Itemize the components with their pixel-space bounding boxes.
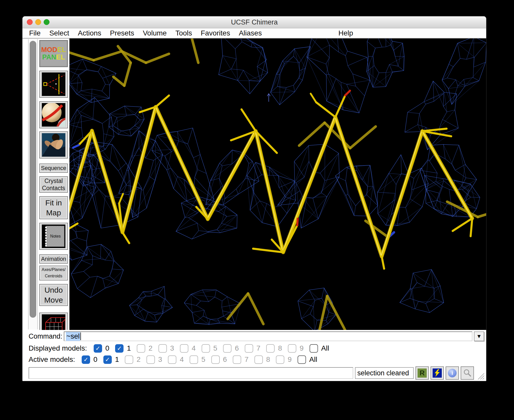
model-panel-text: EL — [56, 53, 65, 61]
model-panel-button[interactable]: MODEL PANEL — [39, 40, 68, 67]
displayed-model-option-5: 5 — [202, 344, 217, 353]
active-model-4-label: 4 — [180, 355, 184, 364]
active-model-0-checkbox[interactable]: ✓ — [82, 355, 90, 364]
menu-item-actions[interactable]: Actions — [78, 29, 101, 37]
scrollbar-thumb[interactable] — [30, 41, 36, 318]
displayed-model-7-label: 7 — [256, 344, 261, 352]
menu-item-help[interactable]: Help — [338, 29, 353, 37]
desktop: UCSF Chimera FileSelectActionsPresetsVol… — [0, 0, 514, 420]
active-model-3-checkbox[interactable] — [146, 355, 155, 364]
active-model-1-label: 1 — [115, 355, 119, 364]
notes-button[interactable]: Notes — [39, 223, 68, 250]
sidebar-scrollbar[interactable] — [28, 39, 38, 329]
active-model-7-checkbox[interactable] — [233, 355, 241, 364]
lightning-button[interactable] — [431, 366, 444, 380]
displayed-model-option-9: 9 — [288, 344, 304, 353]
status-input[interactable] — [29, 367, 353, 379]
fit-in-map-button[interactable]: Fit in Map — [39, 196, 68, 219]
displayed-model-0-checkbox[interactable]: ✓ — [94, 344, 102, 353]
displayed-models-label: Displayed models: — [29, 344, 87, 352]
toolbar-sidebar: MODEL PANEL — [22, 39, 69, 330]
displayed-model-option-4: 4 — [180, 344, 196, 353]
rapid-access-button[interactable]: R — [415, 366, 429, 380]
displayed-model-9-checkbox[interactable] — [288, 344, 296, 353]
animation-button[interactable]: Animation — [39, 254, 68, 264]
command-history-dropdown[interactable]: ▼ — [474, 331, 484, 341]
side-view-button[interactable] — [39, 71, 68, 98]
density-mesh-layer — [69, 39, 486, 330]
sequence-button[interactable]: Sequence — [39, 164, 68, 173]
displayed-model-all-checkbox[interactable] — [310, 344, 318, 353]
dropdown-arrow-icon: ▼ — [476, 333, 482, 339]
menu-item-presets[interactable]: Presets — [110, 29, 134, 37]
displayed-model-option-2: 2 — [137, 344, 153, 353]
active-model-option-6: 6 — [211, 355, 227, 364]
displayed-model-option-all: All — [310, 344, 329, 353]
displayed-model-4-checkbox[interactable] — [180, 344, 188, 353]
steps-photo-button[interactable] — [39, 131, 68, 158]
displayed-model-4-label: 4 — [192, 344, 196, 352]
displayed-model-option-6: 6 — [223, 344, 239, 353]
active-models-row: Active models:✓0✓123456789All — [22, 354, 486, 365]
search-button[interactable] — [461, 366, 474, 380]
active-model-option-7: 7 — [233, 355, 249, 364]
displayed-model-6-checkbox[interactable] — [223, 344, 231, 353]
displayed-model-8-label: 8 — [278, 344, 282, 352]
menu-item-aliases[interactable]: Aliases — [239, 29, 262, 37]
menu-item-tools[interactable]: Tools — [175, 29, 192, 37]
active-model-6-checkbox[interactable] — [211, 355, 220, 364]
active-model-5-checkbox[interactable] — [190, 355, 198, 364]
active-models-label: Active models: — [29, 355, 75, 364]
active-model-option-1: ✓1 — [103, 355, 119, 364]
density-mesh-and-model-canvas[interactable] — [69, 39, 486, 330]
sequence-label: Sequence — [41, 165, 66, 171]
active-model-option-2: 2 — [125, 355, 141, 364]
resize-grip[interactable] — [477, 372, 485, 380]
titlebar: UCSF Chimera — [22, 16, 486, 28]
info-button[interactable]: i — [446, 366, 459, 380]
active-model-all-checkbox[interactable] — [298, 355, 306, 364]
color-actions-button[interactable] — [39, 101, 68, 128]
active-model-2-label: 2 — [137, 355, 141, 364]
active-model-4-checkbox[interactable] — [168, 355, 176, 364]
displayed-model-all-label: All — [321, 344, 329, 352]
displayed-model-1-checkbox[interactable]: ✓ — [115, 344, 124, 353]
lightning-icon — [433, 368, 442, 378]
undo-move-button[interactable]: Undo Move — [39, 284, 68, 306]
fit-in-map-label-1: Fit in — [45, 198, 62, 208]
active-model-1-checkbox[interactable]: ✓ — [103, 355, 112, 364]
menu-item-select[interactable]: Select — [49, 29, 69, 37]
displayed-model-0-label: 0 — [105, 344, 109, 352]
menu-item-volume[interactable]: Volume — [143, 29, 167, 37]
statusbar: selection cleared R i — [22, 365, 486, 381]
active-model-8-label: 8 — [266, 355, 270, 364]
menu-item-favorites[interactable]: Favorites — [201, 29, 230, 37]
menu-item-file[interactable]: File — [29, 29, 41, 37]
command-input[interactable]: ~sel — [64, 331, 472, 341]
active-model-2-checkbox[interactable] — [125, 355, 133, 364]
maximize-button[interactable] — [44, 19, 50, 25]
content-area: MODEL PANEL — [22, 39, 486, 330]
active-model-9-checkbox[interactable] — [276, 355, 284, 364]
displayed-model-7-checkbox[interactable] — [245, 344, 253, 353]
rapid-access-icon: R — [418, 368, 427, 378]
3d-viewport[interactable] — [69, 39, 486, 330]
axes-planes-centroids-button[interactable]: Axes/Planes/ Centroids — [39, 266, 68, 280]
displayed-model-8-checkbox[interactable] — [266, 344, 275, 353]
minimize-button[interactable] — [35, 19, 41, 25]
displayed-model-3-checkbox[interactable] — [158, 344, 167, 353]
model-panel-text: MOD — [41, 46, 57, 54]
displayed-model-option-7: 7 — [245, 344, 261, 353]
active-model-8-checkbox[interactable] — [254, 355, 263, 364]
volume-grid-icon — [42, 314, 65, 330]
window-title: UCSF Chimera — [231, 18, 278, 26]
displayed-model-5-checkbox[interactable] — [202, 344, 210, 353]
chimera-window: UCSF Chimera FileSelectActionsPresetsVol… — [22, 16, 486, 381]
crystal-contacts-button[interactable]: Crystal Contacts — [39, 176, 68, 193]
displayed-model-2-checkbox[interactable] — [137, 344, 145, 353]
volume-viewer-button[interactable] — [39, 313, 68, 330]
stick-model-layer — [69, 39, 486, 330]
close-button[interactable] — [27, 19, 33, 25]
model-panel-text: EL — [57, 46, 66, 54]
active-model-option-0: ✓0 — [82, 355, 97, 364]
